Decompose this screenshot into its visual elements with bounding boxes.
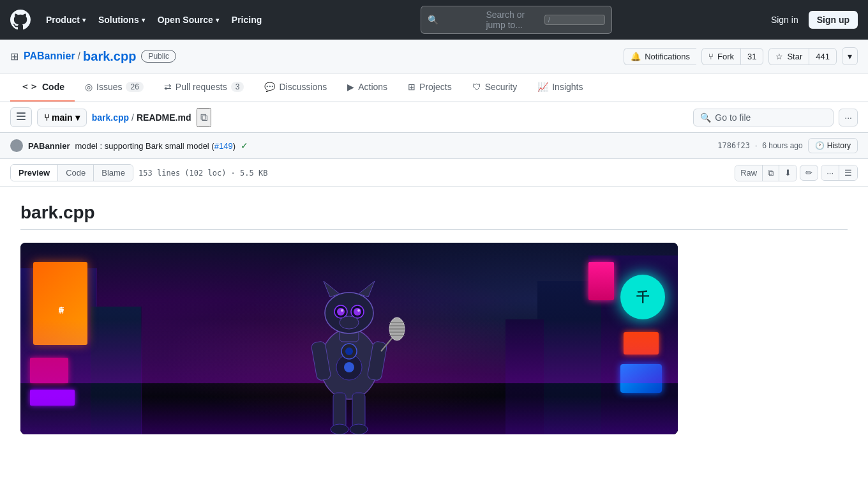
search-bar[interactable]: 🔍 Search or jump to... / (421, 6, 612, 34)
view-actions: Raw ⧉ ⬇ ✏ ··· ☰ (735, 165, 858, 181)
code-icon: ＜＞ (20, 81, 38, 93)
fork-count-button[interactable]: 31 (740, 48, 763, 65)
copy-raw-button[interactable]: ⧉ (763, 165, 779, 181)
projects-icon: ⊞ (408, 82, 415, 92)
svg-point-31 (331, 424, 348, 434)
repo-tabs: ＜＞ Code ◎ Issues 26 ⇄ Pull requests 3 💬 … (0, 73, 868, 102)
svg-marker-9 (324, 281, 340, 297)
file-toolbar: ⑂ main ▾ bark.cpp / README.md ⧉ 🔍 Go to … (0, 102, 868, 133)
signup-button[interactable]: Sign up (809, 11, 858, 29)
raw-button[interactable]: Raw (735, 165, 763, 181)
preview-tab[interactable]: Preview (11, 165, 58, 181)
svg-point-14 (354, 308, 361, 316)
github-logo[interactable] (10, 10, 31, 30)
svg-rect-2 (17, 119, 26, 120)
code-tab[interactable]: Code (58, 165, 94, 181)
fork-button[interactable]: ⑂ Fork (701, 48, 740, 65)
actions-icon: ▶ (347, 82, 354, 92)
star-group: ☆ Star 441 (768, 48, 837, 65)
history-button[interactable]: 🕐 History (808, 138, 858, 153)
branch-icon: ⑂ (44, 112, 49, 123)
ci-check-icon: ✓ (241, 141, 248, 151)
commit-author[interactable]: PABannier (28, 141, 70, 151)
tab-projects[interactable]: ⊞ Projects (398, 74, 462, 101)
security-icon: 🛡 (472, 82, 481, 92)
svg-rect-29 (333, 393, 346, 428)
visibility-badge: Public (141, 50, 176, 63)
view-tab-group: Preview Code Blame (10, 164, 133, 181)
file-meta: 153 lines (102 loc) · 5.5 KB (138, 169, 267, 178)
star-icon: ☆ (775, 52, 783, 61)
tab-security[interactable]: 🛡 Security (462, 74, 528, 101)
author-avatar (10, 139, 23, 152)
tab-issues[interactable]: ◎ Issues 26 (75, 74, 154, 101)
file-breadcrumb: bark.cpp / README.md (92, 112, 191, 123)
more-view-options-button[interactable]: ··· (821, 165, 839, 180)
list-view-button[interactable]: ☰ (839, 165, 857, 180)
star-button[interactable]: ☆ Star (768, 48, 809, 65)
edit-button[interactable]: ✏ (800, 165, 818, 181)
bell-icon: 🔔 (631, 52, 641, 61)
blame-tab[interactable]: Blame (94, 165, 133, 181)
commit-dot: · (755, 141, 757, 150)
search-icon: 🔍 (700, 112, 711, 123)
notifications-button[interactable]: 🔔 Notifications (624, 48, 696, 65)
svg-marker-10 (359, 281, 375, 297)
branch-selector[interactable]: ⑂ main ▾ (37, 109, 87, 126)
nav-opensource[interactable]: Open Source ▾ (153, 11, 224, 29)
notifications-group: 🔔 Notifications (624, 48, 696, 65)
copy-path-button[interactable]: ⧉ (197, 108, 211, 127)
path-separator: / (78, 50, 80, 62)
svg-point-32 (350, 424, 368, 434)
commit-row: PABannier model : supporting Bark small … (0, 133, 868, 159)
branch-chevron-icon: ▾ (75, 112, 80, 123)
tab-pull-requests[interactable]: ⇄ Pull requests 3 (154, 74, 255, 101)
svg-point-17 (340, 316, 359, 329)
nav-pricing[interactable]: Pricing (227, 11, 267, 29)
svg-rect-0 (17, 112, 26, 114)
nav-auth: Sign in Sign up (766, 11, 858, 29)
repo-owner-link[interactable]: PABannier (24, 50, 75, 62)
tab-insights[interactable]: 📈 Insights (527, 74, 593, 101)
tab-actions[interactable]: ▶ Actions (337, 74, 398, 101)
commit-time: 6 hours ago (762, 141, 802, 150)
search-shortcut: / (544, 15, 605, 25)
svg-point-6 (344, 362, 354, 372)
nav-solutions[interactable]: Solutions ▾ (93, 11, 150, 29)
nav-items: Product ▾ Solutions ▾ Open Source ▾ Pric… (41, 11, 267, 29)
svg-point-15 (341, 309, 343, 312)
file-content: bark.cpp 广告牌 千 (0, 187, 868, 450)
svg-rect-1 (17, 116, 26, 117)
readme-title: bark.cpp (20, 202, 848, 230)
star-count-button[interactable]: 441 (809, 48, 837, 65)
breadcrumb-repo-link[interactable]: bark.cpp (92, 112, 129, 123)
commit-hash[interactable]: 1786f23 (717, 141, 750, 150)
repo-actions: 🔔 Notifications ⑂ Fork 31 ☆ Star 441 ▾ (624, 47, 858, 65)
tab-code[interactable]: ＜＞ Code (10, 73, 75, 102)
fork-icon: ⑂ (708, 52, 714, 61)
download-button[interactable]: ⬇ (779, 165, 797, 181)
signin-button[interactable]: Sign in (766, 12, 804, 27)
commit-message: model : supporting Bark small model (#14… (75, 141, 236, 151)
svg-point-19 (345, 347, 353, 355)
issues-count: 26 (126, 82, 143, 92)
breadcrumb-sep: / (131, 112, 134, 123)
nav-product[interactable]: Product ▾ (41, 11, 91, 29)
raw-actions-group: Raw ⧉ ⬇ (735, 165, 797, 181)
more-actions-button[interactable]: ··· (839, 109, 858, 126)
tab-discussions[interactable]: 💬 Discussions (254, 74, 337, 101)
svg-point-3 (14, 141, 19, 146)
discussions-icon: 💬 (264, 82, 275, 92)
more-view-actions-group: ··· ☰ (821, 165, 858, 181)
sidebar-toggle-button[interactable] (10, 107, 32, 127)
more-options-button[interactable]: ▾ (842, 47, 858, 65)
go-to-file-input[interactable]: 🔍 Go to file (693, 109, 834, 126)
repo-header: ⊞ PABannier / bark.cpp Public 🔔 Notifica… (0, 40, 868, 73)
pr-count: 3 (231, 82, 244, 92)
commit-pr-link[interactable]: #149 (214, 141, 233, 151)
svg-rect-30 (352, 393, 365, 428)
history-icon: 🕐 (815, 141, 825, 150)
repo-name-link[interactable]: bark.cpp (83, 49, 136, 64)
fork-group: ⑂ Fork 31 (701, 48, 763, 65)
top-navigation: Product ▾ Solutions ▾ Open Source ▾ Pric… (0, 0, 868, 40)
